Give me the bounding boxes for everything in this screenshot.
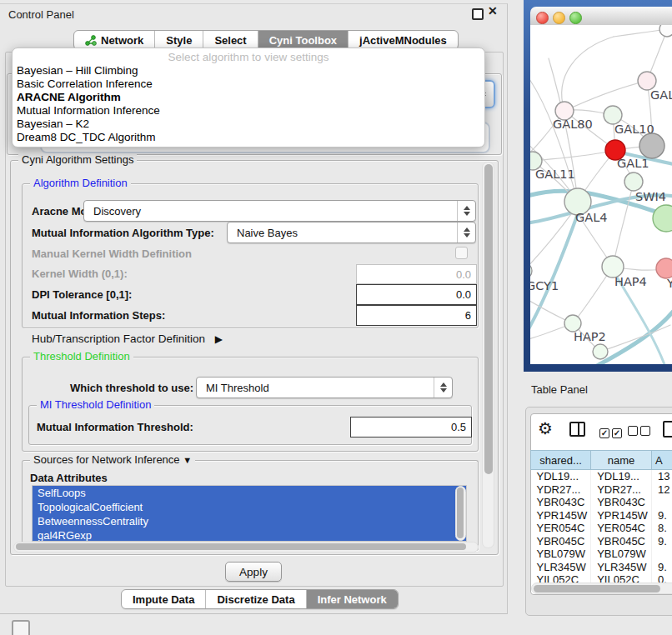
table-row[interactable]: YDL19...YDL19...13 <box>531 470 672 483</box>
column-view-icon[interactable] <box>569 422 585 437</box>
table-horizontal-scrollbar[interactable] <box>531 582 672 594</box>
table-cell[interactable]: YBR043C <box>531 496 591 509</box>
mi-algorithm-type-combo[interactable]: Naive Bayes <box>227 222 476 243</box>
table-row[interactable]: YER054CYER054C8. <box>531 522 672 535</box>
minimize-window-icon[interactable] <box>553 12 565 24</box>
data-attributes-list[interactable]: SelfLoops TopologicalCoefficient Between… <box>32 485 467 542</box>
table-cell[interactable]: YDR27... <box>591 483 652 497</box>
list-item[interactable]: SelfLoops <box>33 486 466 500</box>
table-cell[interactable]: YBL079W <box>591 548 652 561</box>
float-window-icon[interactable] <box>472 8 484 20</box>
tab-network[interactable]: Network <box>74 31 155 49</box>
table-cell[interactable]: 9. <box>651 561 672 574</box>
table-row[interactable]: YLR345WYLR345W9. <box>531 561 672 574</box>
network-node[interactable] <box>659 25 672 37</box>
table-cell[interactable]: 9. <box>651 535 672 548</box>
tab-cyni-toolbox[interactable]: Cyni Toolbox <box>258 31 349 49</box>
table-cell[interactable]: YBL079W <box>531 548 591 561</box>
network-node[interactable] <box>593 344 608 359</box>
network-node[interactable] <box>639 133 664 158</box>
tab-select[interactable]: Select <box>203 31 258 49</box>
table-row[interactable]: YBR043CYBR043C <box>531 496 672 509</box>
table-cell[interactable]: YBR043C <box>591 496 652 509</box>
aracne-mode-combo[interactable]: Discovery <box>83 200 476 222</box>
column-header-clipped[interactable]: A <box>651 451 672 470</box>
table-row[interactable]: YDR27...YDR27...12 <box>531 483 672 497</box>
network-node[interactable] <box>530 262 532 279</box>
table-cell[interactable]: 12 <box>651 483 672 497</box>
kernel-width-field[interactable]: 0.0 <box>356 264 477 284</box>
network-edge[interactable] <box>533 150 615 161</box>
table-cell[interactable]: YER054C <box>591 522 652 535</box>
network-node[interactable] <box>624 172 643 191</box>
table-cell[interactable]: YBR045C <box>531 535 591 548</box>
column-header-shared-name[interactable]: shared... <box>531 451 591 470</box>
table-cell[interactable]: YDR27... <box>531 483 591 497</box>
dpi-tolerance-field[interactable]: 0.0 <box>356 284 477 305</box>
table-cell[interactable] <box>651 548 672 561</box>
dropdown-item-selected[interactable]: ARACNE Algorithm <box>13 91 484 104</box>
tab-impute-data[interactable]: Impute Data <box>122 590 206 608</box>
dropdown-item[interactable]: Mutual Information Inference <box>13 104 484 118</box>
network-node[interactable] <box>564 315 581 332</box>
network-canvas[interactable]: GAL2GAL80GAL10GAL1GAL11SWI4GAL4GCY1HAP4Y… <box>530 25 672 364</box>
manual-kernel-width-checkbox[interactable] <box>455 247 468 259</box>
table-cell[interactable]: YDL19... <box>531 470 591 483</box>
gear-icon[interactable]: ⚙ <box>538 420 553 437</box>
table-cell[interactable]: 8. <box>651 522 672 535</box>
dropdown-item[interactable]: Bayesian – Hill Climbing <box>13 64 484 78</box>
table-row[interactable]: YBR045CYBR045C9. <box>531 535 672 548</box>
dropdown-item[interactable]: Basic Correlation Inference <box>13 78 484 91</box>
close-window-icon[interactable] <box>536 12 549 24</box>
table-cell[interactable]: YER054C <box>531 522 591 535</box>
column-header-name[interactable]: name <box>591 451 652 470</box>
network-node[interactable] <box>653 205 672 232</box>
table-cell[interactable]: YPR145W <box>591 509 652 522</box>
network-node[interactable] <box>604 106 622 124</box>
tab-infer-network[interactable]: Infer Network <box>307 590 398 608</box>
hub-expander[interactable]: Hub/Transcription Factor Definition ▶ <box>32 332 223 345</box>
list-item[interactable]: TopologicalCoefficient <box>33 500 466 514</box>
zoom-window-icon[interactable] <box>569 12 582 24</box>
table-cell[interactable]: YLR345W <box>591 561 652 574</box>
tab-style[interactable]: Style <box>155 31 203 49</box>
table-cell[interactable]: YBR045C <box>591 535 652 548</box>
network-edge[interactable] <box>530 73 578 202</box>
tab-jactivemnodules[interactable]: jActiveMNodules <box>349 31 458 49</box>
list-item[interactable]: gal4RGexp <box>33 528 466 542</box>
table-cell[interactable]: 9. <box>651 509 672 522</box>
settings-horizontal-scrollbar[interactable] <box>13 542 479 552</box>
network-node[interactable] <box>656 258 672 278</box>
attributes-scrollbar[interactable] <box>455 486 466 541</box>
sources-group-title[interactable]: Sources for Network Inference ▼ <box>30 453 195 467</box>
network-node[interactable] <box>638 72 656 90</box>
network-edge[interactable] <box>562 37 614 111</box>
close-icon[interactable]: ✕ <box>488 4 498 18</box>
file-icon[interactable] <box>663 421 672 438</box>
apply-button[interactable]: Apply <box>225 562 282 582</box>
table-row[interactable]: YPR145WYPR145W9. <box>531 509 672 522</box>
select-all-columns-icon[interactable]: ✓✓ <box>599 424 624 439</box>
network-edge[interactable] <box>600 325 670 352</box>
network-node-label: GAL11 <box>535 168 575 181</box>
table-row[interactable]: YBL079WYBL079W <box>531 548 672 561</box>
dropdown-item[interactable]: Bayesian – K2 <box>13 118 484 131</box>
which-threshold-combo[interactable]: MI Threshold <box>196 377 453 398</box>
table-cell[interactable]: YLR345W <box>531 561 591 574</box>
network-edge[interactable] <box>613 182 634 267</box>
settings-vertical-scrollbar[interactable] <box>482 162 494 548</box>
tool-palette-icon[interactable] <box>12 620 30 635</box>
deselect-all-columns-icon[interactable] <box>628 424 653 439</box>
table-cell[interactable]: 13 <box>651 470 672 483</box>
mi-steps-field[interactable]: 6 <box>356 305 477 326</box>
network-edge[interactable] <box>564 81 647 111</box>
network-edge[interactable] <box>530 205 578 271</box>
network-window-titlebar[interactable] <box>530 7 672 26</box>
tab-discretize-data[interactable]: Discretize Data <box>206 590 306 608</box>
table-cell[interactable]: YDL19... <box>591 470 652 483</box>
mi-threshold-field[interactable]: 0.5 <box>350 417 472 438</box>
table-cell[interactable] <box>651 496 672 509</box>
list-item[interactable]: BetweennessCentrality <box>33 514 466 528</box>
dropdown-item[interactable]: Dream8 DC_TDC Algorithm <box>13 131 484 144</box>
table-cell[interactable]: YPR145W <box>531 509 591 522</box>
